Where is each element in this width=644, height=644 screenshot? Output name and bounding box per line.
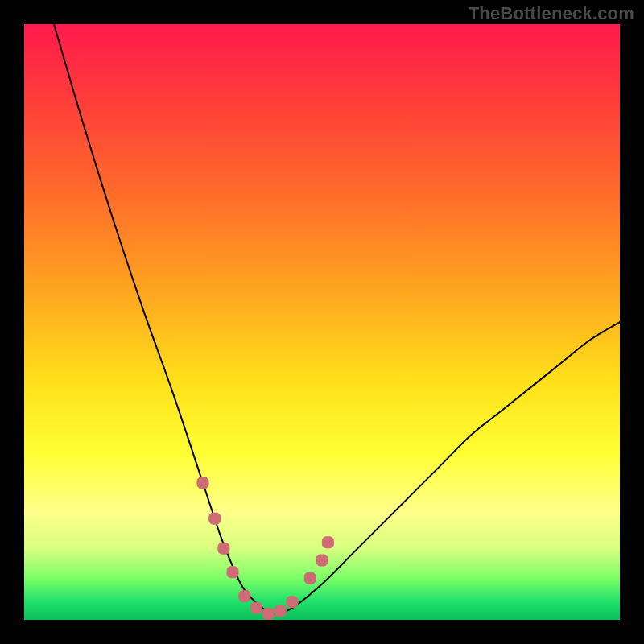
curve-marker [316, 555, 328, 566]
curve-marker [287, 597, 298, 608]
curve-marker [275, 605, 286, 617]
curve-marker [197, 477, 208, 489]
curve-marker [304, 572, 316, 584]
chart-svg [24, 24, 620, 620]
curve-marker [251, 602, 262, 613]
curve-line [54, 24, 620, 614]
curve-marker [239, 590, 250, 601]
curve-marker [262, 609, 274, 620]
plot-area [24, 24, 620, 620]
curve-marker [322, 537, 333, 548]
chart-frame: TheBottleneck.com [0, 0, 644, 644]
marker-group [197, 477, 333, 620]
curve-marker [218, 543, 229, 554]
watermark-label: TheBottleneck.com [469, 3, 634, 24]
curve-marker [227, 567, 238, 578]
curve-marker [209, 513, 221, 524]
